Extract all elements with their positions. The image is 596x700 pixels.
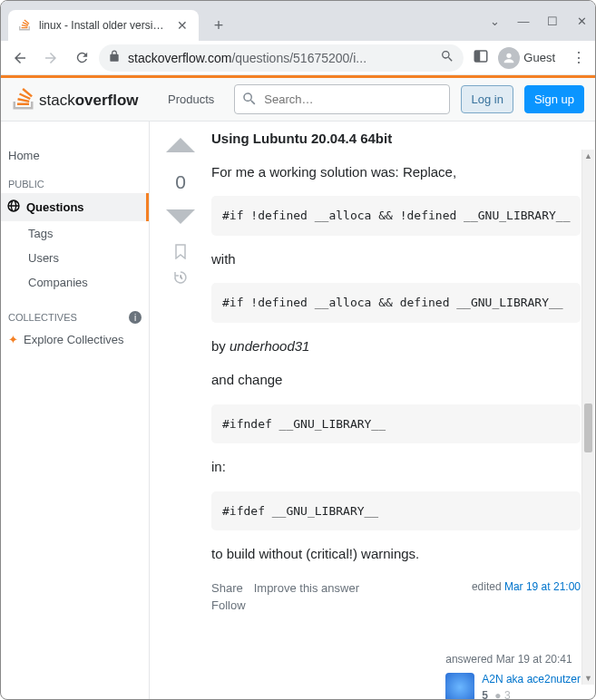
code-block: #if !defined __alloca && defined __GNU_L… [211, 283, 581, 323]
close-window-icon[interactable]: ✕ [573, 15, 590, 28]
upvote-icon[interactable] [164, 129, 197, 164]
address-bar: stackoverflow.com/questions/51675200/i..… [1, 41, 595, 75]
browser-tab[interactable]: linux - Install older version of ✕ [8, 10, 199, 41]
vote-column: 0 [164, 129, 197, 699]
back-button[interactable] [6, 44, 34, 72]
vote-score: 0 [175, 171, 186, 193]
reload-button[interactable] [68, 44, 95, 72]
share-link[interactable]: Share [211, 579, 243, 598]
site-search[interactable] [234, 84, 450, 114]
profile-chip[interactable]: Guest [496, 45, 561, 71]
sidebar-item-users[interactable]: Users [1, 246, 149, 270]
code-block: #ifdef __GNU_LIBRARY__ [211, 491, 581, 531]
code-block: #if !defined __alloca && !defined __GNU_… [211, 196, 581, 236]
login-button[interactable]: Log in [461, 85, 513, 113]
answer-body: Using Lubuntu 20.04.4 64bit For me a wor… [211, 129, 581, 699]
sidebar-heading-public: PUBLIC [1, 168, 149, 193]
stackoverflow-logo[interactable]: stackoverflow [12, 86, 148, 113]
url-text: stackoverflow.com/questions/51675200/i..… [128, 51, 433, 65]
signup-button[interactable]: Sign up [524, 85, 584, 113]
sidebar-item-companies[interactable]: Companies [1, 270, 149, 295]
scroll-up-icon[interactable]: ▲ [582, 150, 594, 162]
minimize-icon[interactable]: — [515, 15, 532, 28]
star-burst-icon: ✦ [8, 333, 18, 346]
explore-label: Explore Collectives [24, 333, 124, 346]
left-sidebar: Home PUBLIC Questions Tags Users Compani… [1, 122, 150, 699]
answer-line: For me a working solution was: Replace, [211, 162, 581, 183]
sidebar-item-questions[interactable]: Questions [1, 193, 149, 221]
sidebar-item-home[interactable]: Home [1, 143, 149, 168]
panel-icon[interactable] [473, 48, 489, 67]
forward-button[interactable] [37, 44, 64, 72]
downvote-icon[interactable] [164, 200, 197, 236]
sidebar-label-questions: Questions [26, 200, 84, 214]
user-card: answered Mar 19 at 20:41 A2N aka ace2nut… [445, 651, 581, 700]
referenced-author: underhood31 [230, 338, 309, 354]
svg-text:stackoverflow: stackoverflow [39, 92, 139, 109]
scrollbar-thumb[interactable] [584, 403, 592, 452]
stackoverflow-favicon [17, 18, 32, 33]
site-header: stackoverflow Products Log in Sign up [1, 78, 595, 122]
new-tab-button[interactable]: + [206, 13, 231, 38]
avatar-icon [498, 47, 520, 69]
answer-line: by underhood31 [211, 336, 581, 357]
answer-line: in: [211, 457, 581, 478]
tab-title: linux - Install older version of [39, 19, 170, 32]
user-name-link[interactable]: A2N aka ace2nutzer [482, 671, 581, 687]
sidebar-item-explore-collectives[interactable]: ✦ Explore Collectives [1, 327, 149, 352]
info-icon[interactable]: i [129, 311, 142, 324]
lock-icon [108, 50, 121, 65]
maximize-icon[interactable]: ☐ [544, 15, 561, 28]
user-rep: 5 [482, 689, 488, 700]
guest-label: Guest [523, 51, 555, 64]
answer-line: to build without (critical!) warnings. [211, 544, 581, 565]
menu-icon[interactable]: ⋮ [568, 49, 590, 66]
history-icon[interactable] [172, 269, 189, 288]
svg-rect-1 [475, 51, 481, 62]
bronze-badge: ● 3 [492, 689, 511, 700]
globe-icon [6, 199, 21, 216]
search-icon [241, 91, 258, 110]
vertical-scrollbar[interactable]: ▲ ▼ [581, 150, 594, 685]
products-link[interactable]: Products [159, 87, 223, 112]
bookmark-icon[interactable] [172, 243, 189, 262]
chevron-down-icon[interactable]: ⌄ [486, 15, 503, 28]
main-content: 0 Using Lubuntu 20.04.4 64bit For me a w… [150, 122, 595, 699]
search-input[interactable] [234, 84, 450, 114]
url-box[interactable]: stackoverflow.com/questions/51675200/i..… [99, 44, 464, 72]
answered-time: answered Mar 19 at 20:41 [445, 651, 581, 667]
sidebar-heading-collectives: COLLECTIVES [8, 312, 77, 323]
sidebar-item-tags[interactable]: Tags [1, 221, 149, 246]
code-block: #ifndef __GNU_LIBRARY__ [211, 404, 581, 444]
scroll-down-icon[interactable]: ▼ [582, 672, 594, 685]
improve-link[interactable]: Improve this answer [254, 579, 359, 598]
follow-link[interactable]: Follow [211, 597, 246, 615]
answer-title: Using Lubuntu 20.04.4 64bit [211, 129, 581, 150]
user-avatar[interactable] [445, 673, 474, 700]
answer-line: and change [211, 370, 581, 391]
search-in-url-icon[interactable] [440, 49, 454, 66]
tab-close-icon[interactable]: ✕ [175, 18, 190, 33]
browser-tab-bar: linux - Install older version of ✕ + ⌄ —… [1, 1, 595, 41]
edited-link[interactable]: edited Mar 19 at 21:00 [472, 578, 581, 595]
answer-line: with [211, 249, 581, 270]
